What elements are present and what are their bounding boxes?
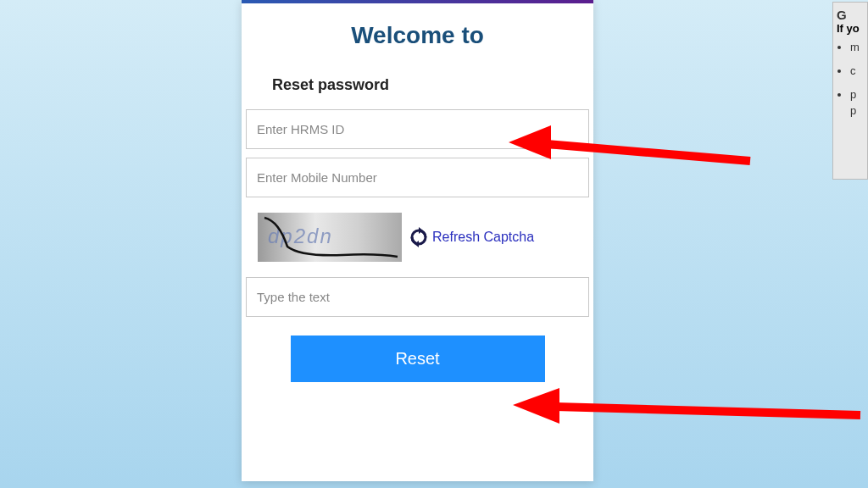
reset-password-card: Welcome to Reset password dp2dn Refresh …	[242, 0, 593, 481]
side-item: p p	[850, 87, 864, 118]
form-subtitle: Reset password	[272, 76, 593, 94]
captcha-input[interactable]	[247, 278, 588, 316]
refresh-captcha-label: Refresh Captcha	[432, 230, 534, 245]
captcha-row: dp2dn Refresh Captcha	[246, 206, 589, 269]
refresh-icon	[409, 227, 429, 247]
side-item: c	[850, 64, 864, 79]
side-heading: G	[837, 8, 864, 22]
card-top-accent	[242, 0, 593, 3]
side-item: m	[850, 40, 864, 55]
svg-line-2	[555, 407, 860, 415]
mobile-number-input[interactable]	[247, 158, 588, 197]
captcha-noise-line	[258, 213, 402, 262]
mobile-number-field	[246, 158, 589, 197]
reset-button[interactable]: Reset	[291, 336, 545, 382]
side-list: m c p p	[850, 40, 864, 119]
welcome-title: Welcome to	[242, 22, 593, 49]
captcha-input-field	[246, 277, 589, 317]
side-subheading: If yo	[837, 22, 864, 35]
hrms-id-field	[246, 109, 589, 149]
hrms-id-input[interactable]	[247, 110, 588, 148]
captcha-image: dp2dn	[258, 213, 402, 262]
refresh-captcha-link[interactable]: Refresh Captcha	[409, 227, 534, 247]
side-help-panel: G If yo m c p p	[832, 2, 868, 180]
